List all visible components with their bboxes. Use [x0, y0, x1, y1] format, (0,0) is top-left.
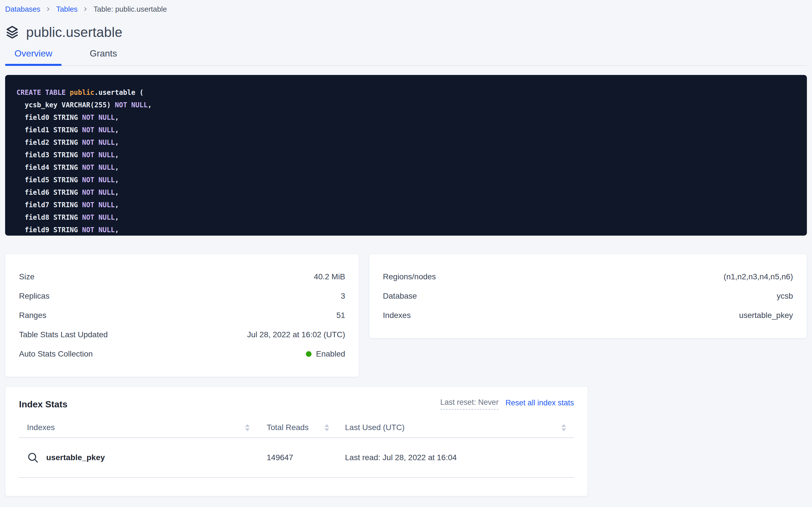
table-detail-page: Databases Tables Table: public.usertable… [0, 0, 812, 496]
breadcrumb: Databases Tables Table: public.usertable [5, 4, 807, 14]
summary-cards-row: Size40.2 MiBReplicas3Ranges51Table Stats… [5, 254, 807, 377]
chevron-right-icon [45, 6, 51, 12]
column-header-total-reads[interactable]: Total Reads [267, 423, 329, 432]
index-name: usertable_pkey [46, 453, 105, 462]
stat-row: Size40.2 MiB [19, 267, 345, 286]
tab-grants[interactable]: Grants [80, 48, 126, 66]
reset-all-index-stats-link[interactable]: Reset all index stats [505, 399, 574, 410]
stat-row: Indexesusertable_pkey [383, 306, 793, 325]
stat-value: Enabled [306, 349, 345, 358]
stat-label: Replicas [19, 291, 49, 301]
tab-overview[interactable]: Overview [5, 48, 62, 66]
sql-code: CREATE TABLE public.usertable ( ycsb_key… [16, 86, 807, 236]
sql-line: field4 STRING NOT NULL, [16, 161, 807, 174]
column-label: Indexes [27, 423, 55, 432]
index-table-header: Indexes Total Reads Last Used (UTC) [19, 417, 574, 438]
sql-line: field8 STRING NOT NULL, [16, 211, 807, 224]
chevron-right-icon [82, 6, 88, 12]
sql-line: field0 STRING NOT NULL, [16, 111, 807, 124]
index-stats-title: Index Stats [19, 399, 67, 410]
sql-line: field5 STRING NOT NULL, [16, 174, 807, 186]
sql-line: field1 STRING NOT NULL, [16, 124, 807, 136]
sql-line: field2 STRING NOT NULL, [16, 136, 807, 149]
stat-row: Replicas3 [19, 286, 345, 306]
sql-line: field6 STRING NOT NULL, [16, 186, 807, 199]
total-reads-cell: 149647 [267, 453, 329, 462]
last-reset-label: Last reset: Never [440, 398, 499, 410]
stat-row: Databaseycsb [383, 286, 793, 306]
sql-line: field9 STRING NOT NULL, [16, 224, 807, 236]
breadcrumb-current: Table: public.usertable [93, 5, 167, 14]
stat-value: Jul 28, 2022 at 16:02 (UTC) [247, 330, 345, 339]
breadcrumb-databases[interactable]: Databases [5, 5, 40, 14]
index-stats-header: Index Stats Last reset: Never Reset all … [19, 398, 574, 410]
sql-line: ycsb_key VARCHAR(255) NOT NULL, [16, 99, 807, 111]
column-header-indexes[interactable]: Indexes [27, 423, 250, 432]
sort-icon[interactable] [325, 424, 329, 431]
stat-value: (n1,n2,n3,n4,n5,n6) [724, 272, 793, 281]
stat-label: Indexes [383, 311, 411, 320]
regions-details-card: Regions/nodes(n1,n2,n3,n4,n5,n6)Database… [369, 254, 807, 338]
stat-row: Auto Stats CollectionEnabled [19, 344, 345, 363]
tab-bar: Overview Grants [5, 48, 807, 66]
table-details-rows: Size40.2 MiBReplicas3Ranges51Table Stats… [19, 267, 345, 363]
index-name-cell[interactable]: usertable_pkey [27, 452, 250, 463]
stat-label: Ranges [19, 311, 47, 320]
index-stats-card: Index Stats Last reset: Never Reset all … [5, 386, 588, 496]
sql-line: CREATE TABLE public.usertable ( [16, 86, 807, 99]
layers-icon [5, 25, 19, 39]
table-details-card: Size40.2 MiBReplicas3Ranges51Table Stats… [5, 254, 359, 377]
stat-row: Table Stats Last UpdatedJul 28, 2022 at … [19, 325, 345, 344]
stat-label: Database [383, 291, 417, 301]
search-icon [27, 452, 39, 463]
stat-row: Regions/nodes(n1,n2,n3,n4,n5,n6) [383, 267, 793, 286]
column-label: Total Reads [267, 423, 309, 432]
sort-icon[interactable] [561, 424, 566, 431]
index-table-body: usertable_pkey149647Last read: Jul 28, 2… [19, 438, 574, 478]
stat-label: Size [19, 272, 34, 281]
sql-line: field7 STRING NOT NULL, [16, 199, 807, 211]
status-dot-icon [306, 351, 312, 357]
stat-value: 3 [341, 291, 345, 301]
create-table-sql-box: CREATE TABLE public.usertable ( ycsb_key… [5, 75, 807, 236]
stat-value: usertable_pkey [739, 311, 793, 320]
regions-details-rows: Regions/nodes(n1,n2,n3,n4,n5,n6)Database… [383, 267, 793, 325]
stat-value: 51 [336, 311, 345, 320]
column-header-last-used[interactable]: Last Used (UTC) [345, 423, 566, 432]
index-stats-actions: Last reset: Never Reset all index stats [440, 398, 574, 410]
page-title: public.usertable [26, 24, 122, 40]
breadcrumb-tables[interactable]: Tables [56, 5, 77, 14]
stat-value: 40.2 MiB [314, 272, 345, 281]
stat-label: Auto Stats Collection [19, 349, 93, 358]
page-title-row: public.usertable [5, 24, 807, 40]
column-label: Last Used (UTC) [345, 423, 404, 432]
stat-row: Ranges51 [19, 306, 345, 325]
index-stats-table-row[interactable]: usertable_pkey149647Last read: Jul 28, 2… [19, 438, 574, 478]
sql-line: field3 STRING NOT NULL, [16, 149, 807, 161]
sort-icon[interactable] [245, 424, 250, 431]
last-used-cell: Last read: Jul 28, 2022 at 16:04 [345, 453, 566, 462]
stat-label: Regions/nodes [383, 272, 436, 281]
stat-label: Table Stats Last Updated [19, 330, 108, 339]
stat-value: ycsb [776, 291, 793, 301]
